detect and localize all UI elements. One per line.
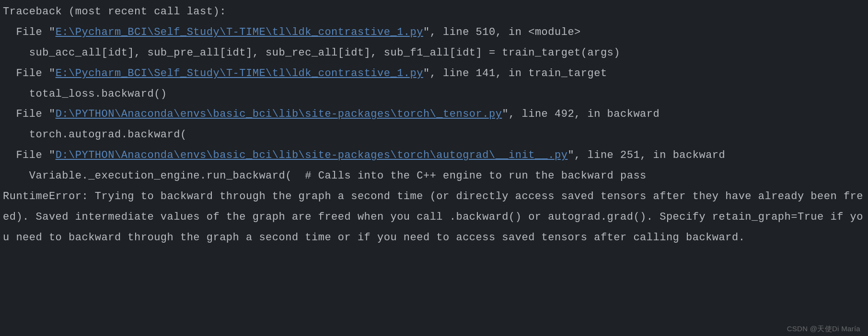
file-prefix: File " — [3, 108, 56, 120]
frame-line: File "D:\PYTHON\Anaconda\envs\basic_bci\… — [3, 146, 865, 166]
file-path-link[interactable]: E:\Pycharm_BCI\Self_Study\T-TIME\tl\ldk_… — [56, 67, 423, 79]
file-suffix: ", line 141, in train_target — [423, 67, 607, 79]
file-prefix: File " — [3, 149, 56, 161]
frame-line: File "E:\Pycharm_BCI\Self_Study\T-TIME\t… — [3, 64, 865, 84]
code-line: sub_acc_all[idt], sub_pre_all[idt], sub_… — [3, 43, 865, 64]
file-suffix: ", line 492, in backward — [502, 108, 660, 120]
frame-line: File "D:\PYTHON\Anaconda\envs\basic_bci\… — [3, 104, 865, 125]
code-line: Variable._execution_engine.run_backward(… — [3, 166, 865, 187]
frame-line: File "E:\Pycharm_BCI\Self_Study\T-TIME\t… — [3, 22, 865, 43]
file-path-link[interactable]: D:\PYTHON\Anaconda\envs\basic_bci\lib\si… — [56, 149, 568, 161]
error-message: RuntimeError: Trying to backward through… — [3, 187, 865, 248]
traceback-header: Traceback (most recent call last): — [3, 2, 865, 22]
traceback-output: Traceback (most recent call last): File … — [3, 2, 865, 248]
file-path-link[interactable]: E:\Pycharm_BCI\Self_Study\T-TIME\tl\ldk_… — [56, 26, 423, 38]
file-suffix: ", line 251, in backward — [567, 149, 725, 161]
file-path-link[interactable]: D:\PYTHON\Anaconda\envs\basic_bci\lib\si… — [56, 108, 502, 120]
file-prefix: File " — [3, 26, 56, 38]
code-line: total_loss.backward() — [3, 84, 865, 105]
file-prefix: File " — [3, 67, 56, 79]
file-suffix: ", line 510, in <module> — [423, 26, 581, 38]
code-line: torch.autograd.backward( — [3, 125, 865, 146]
